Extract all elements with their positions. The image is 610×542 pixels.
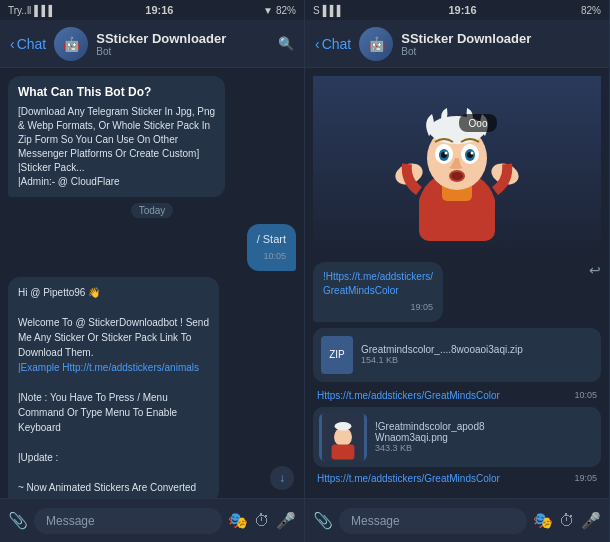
signal-right: ▌▌▌ [323, 5, 344, 16]
bot-sub-left: Bot [96, 46, 270, 57]
header-info-left: SSticker Downloader Bot [96, 31, 270, 57]
status-right-right: 82% [581, 5, 601, 16]
signal-left: ▌▌▌ [34, 5, 55, 16]
right-panel: S ▌▌▌ 19:16 82% ‹ Chat 🤖 SSticker Downlo… [305, 0, 610, 542]
thumb-name-1: !Greatmindscolor_apod8Wnaom3aqi.png [375, 421, 595, 443]
svg-point-12 [471, 152, 474, 155]
chat-header-left: ‹ Chat 🤖 SSticker Downloader Bot 🔍 [0, 20, 304, 68]
bot-sub-right: Bot [401, 46, 599, 57]
sticker-icon-left[interactable]: 🎭 [228, 511, 248, 530]
back-label-right: Chat [322, 36, 352, 52]
bot-name-left: SSticker Downloader [96, 31, 270, 46]
sticker-icon-right[interactable]: 🎭 [533, 511, 553, 530]
svg-rect-22 [332, 444, 355, 459]
svg-point-11 [445, 152, 448, 155]
back-label-left: Chat [17, 36, 47, 52]
message-input-left[interactable] [34, 508, 222, 534]
file-bubble-1: ZIP Greatmindscolor_....8wooaoi3aqi.zip … [313, 328, 601, 382]
msg-time-link1: 19:05 [323, 301, 433, 314]
mic-icon-left[interactable]: 🎤 [276, 511, 296, 530]
svg-point-21 [335, 422, 352, 430]
input-bar-left: 📎 🎭 ⏱ 🎤 [0, 498, 304, 542]
status-left: Try..ll ▌▌▌ [8, 5, 56, 16]
file-type-label: ZIP [329, 349, 345, 360]
search-button-left[interactable]: 🔍 [278, 36, 294, 51]
message-welcome: Hi @ Pipetto96 👋 Welcome To @ StickerDow… [8, 277, 219, 498]
thumb-bubble-1: !Greatmindscolor_apod8Wnaom3aqi.png 343.… [313, 407, 601, 467]
mic-icon-right[interactable]: 🎤 [581, 511, 601, 530]
msg-title-intro: What Can This Bot Do? [18, 84, 215, 101]
attach-icon-right[interactable]: 📎 [313, 511, 333, 530]
timer-icon-left[interactable]: ⏱ [254, 512, 270, 530]
status-right-left: ▼ 82% [263, 5, 296, 16]
share-icon-1[interactable]: ↩ [589, 262, 601, 278]
msg-text-intro: [Download Any Telegram Sticker In Jpg, P… [18, 105, 215, 189]
carrier-right: S [313, 5, 320, 16]
msg-text-welcome: Hi @ Pipetto96 👋 Welcome To @ StickerDow… [18, 285, 209, 495]
svg-point-14 [451, 172, 463, 180]
back-chevron-right: ‹ [315, 36, 320, 52]
attach-icon-left[interactable]: 📎 [8, 511, 28, 530]
thumb-link-time-1: 19:05 [574, 473, 597, 483]
message-link1: !Https://t.me/addstickers/GreatMindsColo… [313, 262, 443, 322]
file-link-time-1: 10:05 [574, 390, 597, 400]
status-left-right: S ▌▌▌ [313, 5, 344, 16]
msg-time-start: 10:05 [257, 250, 286, 263]
sticker-image-area: Ooo [313, 76, 601, 256]
messages-area-left[interactable]: What Can This Bot Do? [Download Any Tele… [0, 68, 304, 498]
messages-area-right[interactable]: Ooo !Https://t.me/addstickers/GreatMinds… [305, 68, 609, 498]
scroll-down-button[interactable]: ↓ [270, 466, 294, 490]
thumb-link-1[interactable]: Https://t.me/addstickers/GreatMindsColor [317, 473, 500, 484]
time-right: 19:16 [448, 4, 476, 16]
back-button-left[interactable]: ‹ Chat [10, 36, 46, 52]
file-icon-1: ZIP [321, 336, 353, 374]
msg-link1-text[interactable]: !Https://t.me/addstickers/GreatMindsColo… [323, 270, 433, 298]
sticker-image: Ooo [387, 86, 527, 246]
left-panel: Try..ll ▌▌▌ 19:16 ▼ 82% ‹ Chat 🤖 SSticke… [0, 0, 305, 542]
message-bot-intro: What Can This Bot Do? [Download Any Tele… [8, 76, 225, 197]
file-link-1[interactable]: Https://t.me/addstickers/GreatMindsColor [317, 390, 500, 401]
battery-right: 82% [581, 5, 601, 16]
file-size-1: 154.1 KB [361, 355, 593, 365]
header-info-right: SSticker Downloader Bot [401, 31, 599, 57]
timer-icon-right[interactable]: ⏱ [559, 512, 575, 530]
input-bar-right: 📎 🎭 ⏱ 🎤 [305, 498, 609, 542]
svg-text:Ooo: Ooo [469, 118, 488, 129]
bot-avatar-left: 🤖 [54, 27, 88, 61]
gps-left: ▼ [263, 5, 273, 16]
back-button-right[interactable]: ‹ Chat [315, 36, 351, 52]
bot-name-right: SSticker Downloader [401, 31, 599, 46]
file-info-1: Greatmindscolor_....8wooaoi3aqi.zip 154.… [361, 344, 593, 365]
thumb-image-1 [319, 413, 367, 461]
bot-avatar-right: 🤖 [359, 27, 393, 61]
date-divider: Today [131, 203, 174, 218]
msg-text-start: / Start [257, 233, 286, 245]
thumb-size-1: 343.3 KB [375, 443, 595, 453]
chat-header-right: ‹ Chat 🤖 SSticker Downloader Bot [305, 20, 609, 68]
msg-row-link1: !Https://t.me/addstickers/GreatMindsColo… [313, 262, 601, 322]
battery-left: 82% [276, 5, 296, 16]
status-bar-right: S ▌▌▌ 19:16 82% [305, 0, 609, 20]
time-left: 19:16 [145, 4, 173, 16]
message-start: / Start 10:05 [247, 224, 296, 271]
carrier-left: Try..ll [8, 5, 31, 16]
thumb-info-1: !Greatmindscolor_apod8Wnaom3aqi.png 343.… [375, 421, 595, 453]
back-chevron-left: ‹ [10, 36, 15, 52]
status-bar-left: Try..ll ▌▌▌ 19:16 ▼ 82% [0, 0, 304, 20]
message-input-right[interactable] [339, 508, 527, 534]
file-name-1: Greatmindscolor_....8wooaoi3aqi.zip [361, 344, 593, 355]
